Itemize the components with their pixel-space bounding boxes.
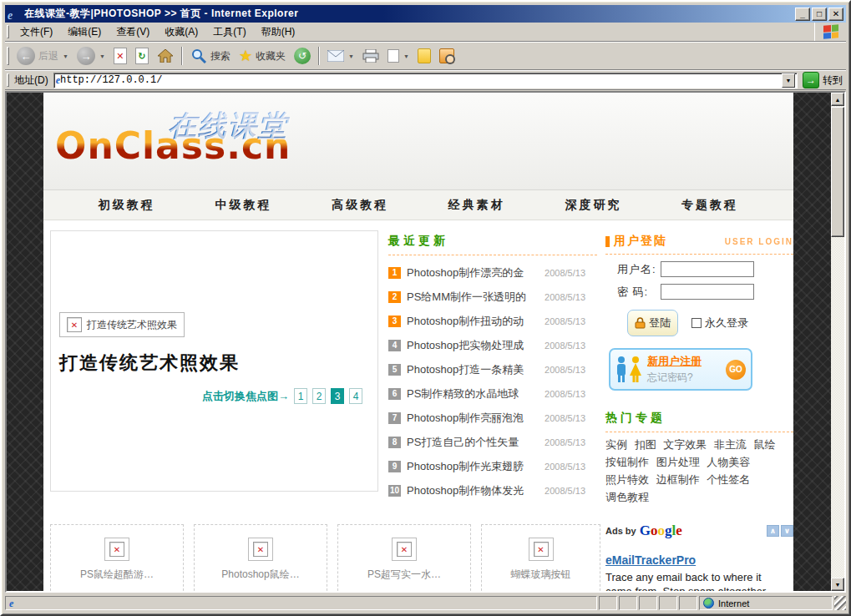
thumbnail-card[interactable]: ✕ PS超写实一水… bbox=[337, 524, 471, 591]
menu-help[interactable]: 帮助(H) bbox=[254, 23, 303, 42]
nav-advanced[interactable]: 高级教程 bbox=[332, 198, 388, 213]
nav-intermediate[interactable]: 中级教程 bbox=[215, 198, 271, 213]
password-input[interactable] bbox=[661, 284, 754, 300]
username-row: 用户名: bbox=[617, 261, 793, 277]
article-link[interactable]: Photoshop制作光束翅膀 bbox=[407, 459, 545, 474]
close-button[interactable]: ✕ bbox=[828, 8, 843, 21]
topic-tag[interactable]: 图片处理 bbox=[656, 455, 700, 470]
nav-research[interactable]: 深度研究 bbox=[565, 198, 621, 213]
scroll-up-button[interactable]: ▲ bbox=[831, 93, 844, 106]
rank-badge: 4 bbox=[388, 340, 401, 351]
rank-badge: 3 bbox=[388, 316, 401, 327]
menu-tools[interactable]: 工具(T) bbox=[205, 23, 253, 42]
address-grip[interactable] bbox=[7, 73, 9, 86]
topic-tag[interactable]: 调色教程 bbox=[605, 490, 649, 505]
article-link[interactable]: PS打造自己的个性矢量 bbox=[407, 435, 545, 450]
register-link[interactable]: 新用户注册 bbox=[647, 354, 721, 369]
stop-icon: ✕ bbox=[114, 48, 127, 64]
stop-button[interactable]: ✕ bbox=[109, 46, 131, 66]
ie-logo-icon: e bbox=[8, 8, 21, 21]
article-link[interactable]: Photoshop把实物处理成 bbox=[407, 338, 545, 353]
topic-tag[interactable]: 鼠绘 bbox=[754, 437, 776, 452]
mail-dropdown-icon[interactable]: ▼ bbox=[348, 53, 354, 59]
forward-dropdown-icon[interactable]: ▼ bbox=[99, 53, 105, 59]
pager-page-2[interactable]: 2 bbox=[312, 388, 326, 404]
topic-tag[interactable]: 人物美容 bbox=[707, 455, 750, 470]
topic-tag[interactable]: 扣图 bbox=[635, 437, 656, 452]
edit-dropdown-icon[interactable]: ▼ bbox=[403, 53, 409, 59]
ads-up-button[interactable]: ∧ bbox=[767, 525, 779, 537]
status-zone-pane: Internet bbox=[699, 596, 833, 610]
article-link[interactable]: Photoshop制作亮丽泡泡 bbox=[407, 411, 545, 426]
featured-title[interactable]: 打造传统艺术照效果 bbox=[59, 351, 240, 376]
forward-button[interactable]: → ▼ bbox=[73, 45, 109, 67]
list-item: 1Photoshop制作漂亮的金2008/5/13 bbox=[388, 260, 597, 285]
menu-favorites[interactable]: 收藏(A) bbox=[157, 23, 205, 42]
login-button[interactable]: 登陆 bbox=[627, 310, 678, 336]
research-button[interactable] bbox=[435, 47, 458, 65]
maximize-button[interactable]: □ bbox=[812, 8, 827, 21]
article-link[interactable]: PS给MM制作一张透明的 bbox=[407, 290, 545, 305]
nav-beginner[interactable]: 初级教程 bbox=[99, 198, 155, 213]
address-dropdown-button[interactable]: ▼ bbox=[782, 73, 795, 88]
search-button[interactable]: 搜索 bbox=[186, 46, 235, 66]
back-dropdown-icon[interactable]: ▼ bbox=[63, 53, 68, 59]
back-button[interactable]: ← 后退 ▼ bbox=[13, 45, 73, 67]
nav-topics[interactable]: 专题教程 bbox=[681, 198, 738, 213]
topic-tag[interactable]: 按钮制作 bbox=[605, 455, 649, 470]
refresh-button[interactable]: ↻ bbox=[131, 46, 153, 66]
ad-title-link[interactable]: eMailTrackerPro bbox=[605, 553, 696, 567]
featured-image-placeholder[interactable]: ✕ 打造传统艺术照效果 bbox=[59, 312, 185, 337]
pager-page-4[interactable]: 4 bbox=[349, 388, 362, 404]
topic-tag[interactable]: 非主流 bbox=[714, 437, 747, 452]
topic-tag[interactable]: 实例 bbox=[605, 437, 627, 452]
google-logo[interactable]: Google bbox=[640, 523, 682, 539]
home-button[interactable] bbox=[153, 46, 178, 66]
go-button[interactable]: → 转到 bbox=[803, 72, 843, 88]
thumbnail-card[interactable]: ✕ 蝴蝶玻璃按钮 bbox=[481, 524, 600, 591]
minimize-button[interactable]: _ bbox=[795, 8, 810, 21]
status-pane bbox=[619, 596, 637, 610]
favorites-button[interactable]: ★ 收藏夹 bbox=[235, 45, 290, 67]
article-link[interactable]: Photoshop制作扭动的动 bbox=[407, 314, 545, 329]
topic-tag[interactable]: 个性签名 bbox=[707, 472, 750, 487]
topic-tag[interactable]: 照片特效 bbox=[605, 472, 649, 487]
topic-tag[interactable]: 文字效果 bbox=[663, 437, 707, 452]
nav-materials[interactable]: 经典素材 bbox=[448, 198, 505, 213]
print-button[interactable] bbox=[358, 46, 383, 66]
resize-grip[interactable] bbox=[834, 596, 846, 610]
edit-button[interactable]: ▼ bbox=[383, 48, 413, 64]
discuss-button[interactable] bbox=[413, 47, 435, 65]
article-link[interactable]: Photoshop制作物体发光 bbox=[407, 483, 545, 498]
article-link[interactable]: Photoshop制作漂亮的金 bbox=[407, 265, 545, 280]
pager-page-1[interactable]: 1 bbox=[294, 388, 307, 404]
vertical-scrollbar[interactable]: ▲ ▼ bbox=[831, 93, 844, 591]
topic-tag[interactable]: 边框制作 bbox=[656, 472, 700, 487]
history-button[interactable]: ↺ bbox=[290, 46, 315, 66]
register-go-button[interactable]: GO bbox=[726, 360, 746, 380]
toolbar-grip[interactable] bbox=[7, 47, 9, 65]
article-date: 2008/5/13 bbox=[545, 316, 597, 326]
mail-button[interactable]: ▼ bbox=[323, 46, 358, 66]
thumbnail-card[interactable]: ✕ PS鼠绘超酷游… bbox=[50, 524, 184, 591]
scroll-down-button[interactable]: ▼ bbox=[831, 578, 844, 591]
menu-edit[interactable]: 编辑(E) bbox=[60, 23, 109, 42]
address-input[interactable] bbox=[60, 74, 782, 86]
ads-down-button[interactable]: ∨ bbox=[781, 525, 793, 537]
menu-view[interactable]: 查看(V) bbox=[109, 23, 157, 42]
menu-file[interactable]: 文件(F) bbox=[13, 23, 60, 42]
scrollbar-thumb[interactable] bbox=[831, 107, 844, 237]
status-pane bbox=[599, 596, 617, 610]
pager-page-3-active[interactable]: 3 bbox=[331, 388, 344, 404]
username-input[interactable] bbox=[661, 261, 754, 277]
thumb-image-placeholder: ✕ bbox=[392, 538, 417, 561]
broken-image-icon: ✕ bbox=[109, 542, 124, 557]
forgot-password-link[interactable]: 忘记密码? bbox=[647, 371, 721, 385]
article-link[interactable]: PS制作精致的水晶地球 bbox=[407, 386, 545, 401]
hot-topics-panel: 热门专题 实例 扣图 文字效果 非主流 鼠绘 按钮制作 图片处理 人物美容 bbox=[605, 409, 793, 507]
article-link[interactable]: Photoshop打造一条精美 bbox=[407, 362, 545, 377]
menu-grip[interactable] bbox=[7, 25, 9, 38]
site-logo[interactable]: 在线课堂 OnClass.cn bbox=[55, 111, 291, 164]
remember-checkbox[interactable] bbox=[691, 318, 702, 328]
thumbnail-card[interactable]: ✕ Photoshop鼠绘… bbox=[194, 524, 327, 591]
